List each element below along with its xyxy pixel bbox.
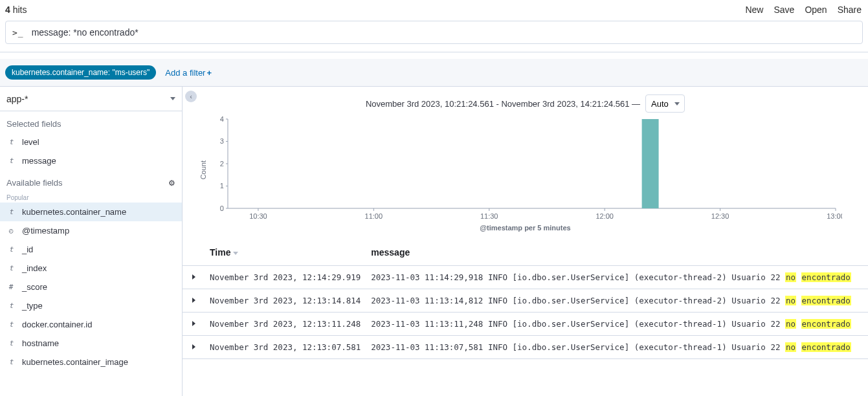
new-link[interactable]: New [745,5,763,15]
available-fields-title: Available fields ⚙ [0,170,182,192]
text-type-icon: t [6,320,16,329]
chevron-right-icon [192,298,195,303]
svg-text:12:00: 12:00 [595,212,613,220]
sort-desc-icon [233,252,238,255]
chevron-down-icon [170,97,175,100]
interval-select[interactable]: Auto [645,94,685,113]
available-field[interactable]: t_id [0,240,182,259]
svg-rect-24 [642,119,659,208]
clock-icon: ◴ [6,226,16,235]
selected-field[interactable]: tlevel [0,133,182,151]
text-type-icon: t [6,358,16,366]
field-name: docker.container.id [22,320,92,329]
console-icon: >_ [12,28,24,38]
chevron-right-icon [192,344,195,349]
text-type-icon: t [6,157,16,165]
svg-text:10:30: 10:30 [249,212,267,220]
column-header-time[interactable]: Time [205,241,366,266]
plus-icon: + [206,68,212,78]
svg-text:4: 4 [220,115,224,123]
svg-text:11:00: 11:00 [365,212,383,220]
table-row: November 3rd 2023, 12:13:11.2482023-11-0… [183,313,868,336]
svg-text:1: 1 [220,182,224,190]
text-type-icon: t [6,339,16,347]
svg-text:11:30: 11:30 [480,212,498,220]
number-type-icon: # [6,283,16,291]
svg-text:12:30: 12:30 [711,212,729,220]
chevron-right-icon [192,321,195,326]
chevron-right-icon [192,274,195,280]
query-text: message: *no encontrado* [32,27,139,38]
cell-message: 2023-11-03 11:13:11,248 INFO [io.dbo.ser… [366,313,868,336]
field-name: message [22,156,56,166]
share-link[interactable]: Share [838,5,862,15]
field-name: kubernetes.container_image [22,357,128,367]
available-field[interactable]: tkubernetes.container_name [0,203,182,221]
svg-text:0: 0 [220,204,224,212]
save-link[interactable]: Save [773,5,794,15]
table-row: November 3rd 2023, 12:14:29.9192023-11-0… [183,266,868,289]
gear-icon[interactable]: ⚙ [168,179,175,188]
text-type-icon: t [6,264,16,272]
field-name: _index [22,263,47,273]
chart-y-axis-label: Count [198,160,208,179]
hit-count: 4 hits [5,5,27,15]
available-field[interactable]: t_type [0,296,182,315]
available-field[interactable]: t_index [0,259,182,278]
cell-time: November 3rd 2023, 12:14:29.919 [205,266,366,289]
available-field[interactable]: #_score [0,278,182,296]
top-action-links: New Save Open Share [745,5,862,15]
cell-message: 2023-11-03 11:13:14,812 INFO [io.dbo.ser… [366,289,868,313]
text-type-icon: t [6,302,16,310]
field-name: kubernetes.container_name [22,207,126,217]
field-name: _id [22,245,33,254]
table-row: November 3rd 2023, 12:13:07.5812023-11-0… [183,336,868,359]
expand-row-button[interactable] [183,289,205,313]
time-range-header: November 3rd 2023, 10:21:24.561 - Novemb… [183,87,868,115]
text-type-icon: t [6,208,16,216]
text-type-icon: t [6,245,16,254]
cell-time: November 3rd 2023, 12:13:14.814 [205,289,366,313]
histogram-chart[interactable]: 0123410:3011:0011:3012:0012:3013:00 [208,115,842,225]
text-type-icon: t [6,138,16,146]
field-name: hostname [22,338,59,348]
svg-text:2: 2 [220,160,224,168]
available-field[interactable]: ◴@timestamp [0,221,182,240]
filter-pill[interactable]: kubernetes.container_name: "ms-users" [5,65,156,80]
column-header-message[interactable]: message [366,241,868,266]
cell-time: November 3rd 2023, 12:13:07.581 [205,336,366,359]
cell-message: 2023-11-03 11:14:29,918 INFO [io.dbo.ser… [366,266,868,289]
popular-label: Popular [0,192,182,203]
field-name: level [22,137,39,147]
selected-field[interactable]: tmessage [0,151,182,170]
selected-fields-title: Selected fields [0,111,182,133]
available-field[interactable]: tkubernetes.container_image [0,353,182,371]
query-input[interactable]: >_ message: *no encontrado* [5,21,863,44]
collapse-sidebar-button[interactable]: ‹ [185,91,197,102]
add-filter-button[interactable]: Add a filter+ [165,68,212,78]
cell-time: November 3rd 2023, 12:13:11.248 [205,313,366,336]
table-row: November 3rd 2023, 12:13:14.8142023-11-0… [183,289,868,313]
cell-message: 2023-11-03 11:13:07,581 INFO [io.dbo.ser… [366,336,868,359]
field-name: _score [22,282,47,292]
field-name: _type [22,301,43,311]
index-pattern-select[interactable]: app-* [0,87,182,111]
filter-bar: kubernetes.container_name: "ms-users" Ad… [0,59,868,87]
expand-row-button[interactable] [183,336,205,359]
svg-text:13:00: 13:00 [827,212,842,220]
available-field[interactable]: tdocker.container.id [0,315,182,334]
results-table: Time message November 3rd 2023, 12:14:29… [183,241,868,359]
svg-text:3: 3 [220,137,224,145]
sidebar: app-* Selected fields tleveltmessage Ava… [0,87,183,396]
available-field[interactable]: thostname [0,334,182,353]
field-name: @timestamp [22,226,69,236]
open-link[interactable]: Open [805,5,827,15]
expand-row-button[interactable] [183,266,205,289]
expand-row-button[interactable] [183,313,205,336]
